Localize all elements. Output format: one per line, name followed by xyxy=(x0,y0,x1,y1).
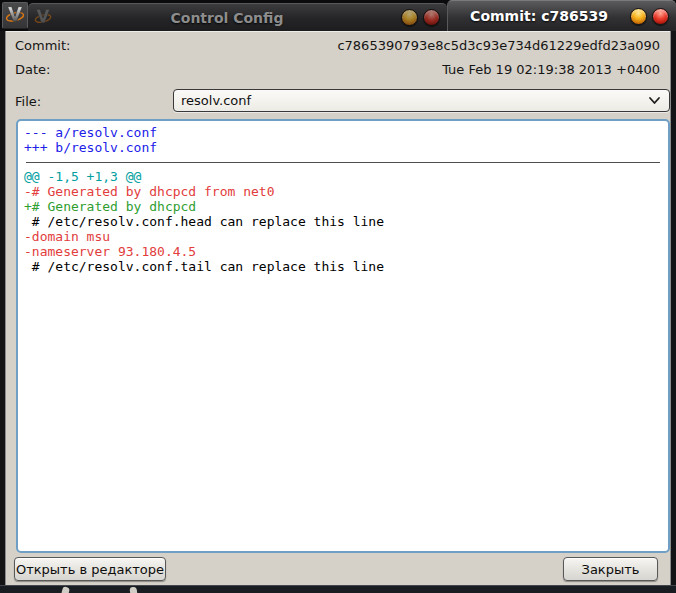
diff-body: @@ -1,5 +1,3 @@-# Generated by dhcpcd fr… xyxy=(24,169,668,274)
desktop: Control Config Commit: c786539 Commit: c… xyxy=(0,0,676,593)
diff-line-context: # /etc/resolv.conf.tail can replace this… xyxy=(24,259,668,274)
date-value: Tue Feb 19 02:19:38 2013 +0400 xyxy=(442,62,660,77)
diff-line-removed: -# Generated by dhcpcd from net0 xyxy=(24,184,668,199)
active-window-icon-box[interactable] xyxy=(2,2,28,29)
close-dialog-button[interactable]: Закрыть xyxy=(563,557,658,581)
close-button[interactable] xyxy=(652,8,669,25)
diff-line-hunk: @@ -1,5 +1,3 @@ xyxy=(24,169,668,184)
diff-line-removed: -nameserver 93.180.4.5 xyxy=(24,244,668,259)
date-label: Date: xyxy=(15,62,50,77)
active-window-title: Commit: c786539 xyxy=(448,8,630,24)
background-window-artifact xyxy=(61,586,70,593)
diff-line-context: # /etc/resolv.conf.head can replace this… xyxy=(24,214,668,229)
file-select-value: resolv.conf xyxy=(174,93,648,108)
background-window-edge xyxy=(0,585,676,593)
diff-line-file: +++ b/resolv.conf xyxy=(24,140,668,155)
chevron-down-icon xyxy=(648,96,661,105)
minimize-button[interactable] xyxy=(630,8,647,25)
diff-viewer[interactable]: --- a/resolv.conf+++ b/resolv.conf @@ -1… xyxy=(16,119,670,553)
commit-dialog: Commit: c7865390793e8c5d3c93e734d61229ed… xyxy=(0,31,676,585)
background-window-titlebar[interactable]: Control Config xyxy=(28,3,447,31)
file-label: File: xyxy=(15,94,41,109)
app-logo-icon xyxy=(33,6,53,30)
close-button[interactable] xyxy=(423,9,440,26)
diff-header: --- a/resolv.conf+++ b/resolv.conf xyxy=(24,125,668,155)
background-window-title: Control Config xyxy=(53,10,401,26)
open-in-editor-button[interactable]: Открыть в редакторе xyxy=(14,557,166,581)
minimize-button[interactable] xyxy=(401,9,418,26)
app-logo-icon xyxy=(4,3,26,29)
background-window-artifact xyxy=(129,587,137,593)
commit-label: Commit: xyxy=(15,38,70,53)
diff-line-removed: -domain msu xyxy=(24,229,668,244)
diff-line-added: +# Generated by dhcpcd xyxy=(24,199,668,214)
file-select[interactable]: resolv.conf xyxy=(173,89,670,112)
diff-line-file: --- a/resolv.conf xyxy=(24,125,668,140)
diff-separator xyxy=(26,162,660,163)
active-window-titlebar[interactable]: Commit: c786539 xyxy=(447,0,676,31)
commit-hash-value: c7865390793e8c5d3c93e734d61229edfd23a090 xyxy=(337,38,660,53)
